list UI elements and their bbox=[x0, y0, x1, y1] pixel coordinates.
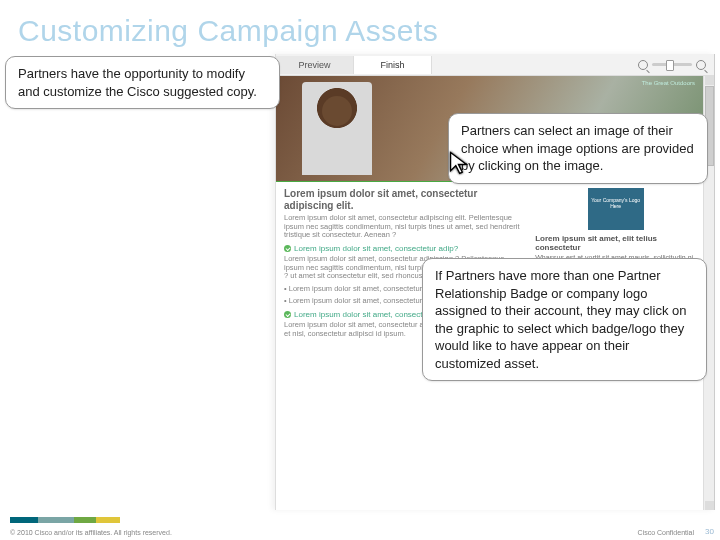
slide-footer: © 2010 Cisco and/or its affiliates. All … bbox=[0, 510, 720, 540]
check-icon bbox=[284, 245, 291, 252]
copyright-text: © 2010 Cisco and/or its affiliates. All … bbox=[10, 529, 172, 536]
zoom-control[interactable] bbox=[630, 60, 714, 70]
zoom-in-icon[interactable] bbox=[696, 60, 706, 70]
app-tab-bar: Preview Finish bbox=[276, 54, 714, 76]
tab-finish[interactable]: Finish bbox=[354, 56, 432, 74]
doc-question-1[interactable]: Lorem ipsum dolor sit amet, consectetur … bbox=[284, 244, 525, 253]
confidential-text: Cisco Confidential bbox=[638, 529, 694, 536]
logo-placeholder[interactable]: Your Company's Logo Here bbox=[588, 188, 644, 230]
callout-intro: Partners have the opportunity to modify … bbox=[5, 56, 280, 109]
doc-heading[interactable]: Lorem ipsum dolor sit amet, consectetur … bbox=[284, 188, 525, 211]
hero-overline: The Great Outdoors bbox=[642, 80, 695, 86]
slide-title: Customizing Campaign Assets bbox=[18, 14, 438, 48]
zoom-slider[interactable] bbox=[652, 63, 692, 66]
tab-preview[interactable]: Preview bbox=[276, 56, 354, 74]
callout-image-select: Partners can select an image of their ch… bbox=[448, 113, 708, 184]
side-heading[interactable]: Lorem ipsum sit amet, elit telius consec… bbox=[535, 234, 696, 252]
zoom-out-icon[interactable] bbox=[638, 60, 648, 70]
page-number: 30 bbox=[705, 527, 714, 536]
doc-paragraph[interactable]: Lorem ipsum dolor sit amet, consectetur … bbox=[284, 214, 525, 240]
brand-color-bars bbox=[10, 517, 120, 523]
cursor-icon bbox=[448, 150, 474, 180]
hero-person-photo bbox=[302, 82, 372, 175]
callout-badge-select: If Partners have more than one Partner R… bbox=[422, 258, 707, 381]
check-icon bbox=[284, 311, 291, 318]
